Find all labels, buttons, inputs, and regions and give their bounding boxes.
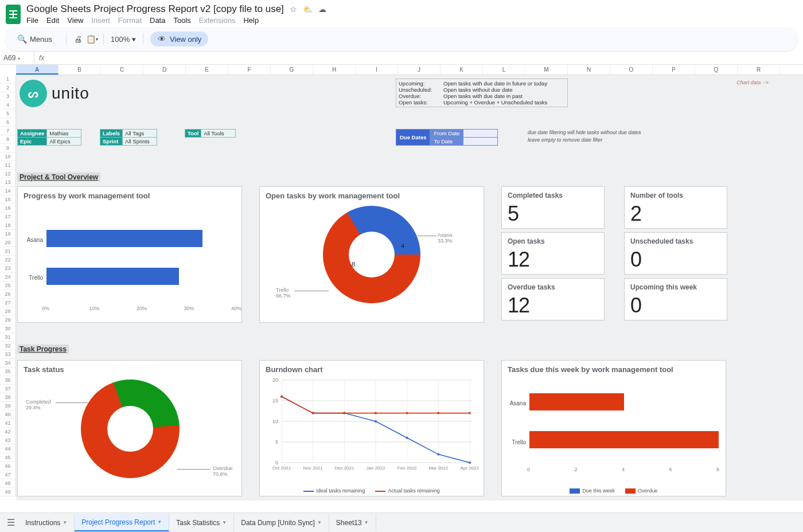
svg-point-34 bbox=[375, 412, 377, 414]
svg-point-31 bbox=[280, 396, 283, 398]
filter-assignee[interactable]: AssigneeMathias EpicAll Epics bbox=[17, 129, 81, 146]
menu-bar: FileEditViewInsertFormatDataToolsExtensi… bbox=[26, 15, 326, 25]
legend-definitions: Upcoming:Open tasks with due date in fut… bbox=[396, 79, 568, 107]
svg-text:20: 20 bbox=[272, 377, 278, 383]
svg-point-29 bbox=[437, 453, 439, 456]
toolbar: 🔍 Menus 🖨 📋▾ 100% ▾ 👁 View only bbox=[5, 27, 798, 52]
menu-file[interactable]: File bbox=[26, 16, 38, 25]
menu-format[interactable]: Format bbox=[118, 16, 142, 25]
menu-data[interactable]: Data bbox=[150, 16, 165, 25]
filter-tool[interactable]: ToolAll Tools bbox=[185, 129, 236, 138]
scorecard-open-tasks: Open tasks12 bbox=[501, 232, 605, 275]
print-icon[interactable]: 🖨 bbox=[73, 34, 83, 44]
svg-text:Nov 2021: Nov 2021 bbox=[303, 466, 323, 471]
menu-extensions[interactable]: Extensions bbox=[199, 16, 236, 25]
unito-logo: ᔕ unito bbox=[20, 80, 89, 107]
svg-point-37 bbox=[469, 412, 471, 414]
svg-text:Mar 2022: Mar 2022 bbox=[428, 466, 448, 471]
name-box-row: A69 ▾ fx bbox=[0, 52, 803, 65]
column-headers[interactable]: ABCDEFGHIJKLMNOPQR bbox=[16, 65, 803, 75]
chart-open-by-tool: Open tasks by work management tool 4 8 A… bbox=[259, 186, 484, 323]
scorecard-completed-tasks: Completed tasks5 bbox=[501, 186, 605, 229]
svg-text:5: 5 bbox=[275, 439, 278, 445]
scorecard-overdue-tasks: Overdue tasks12 bbox=[501, 278, 605, 320]
spreadsheet-grid[interactable]: ABCDEFGHIJKLMNOPQR 123456789101112131415… bbox=[0, 65, 803, 500]
svg-point-30 bbox=[469, 461, 471, 464]
section-task-progress-title: Task Progress bbox=[17, 345, 69, 354]
menu-help[interactable]: Help bbox=[243, 16, 259, 25]
star-icon[interactable]: ☆ bbox=[290, 5, 297, 14]
due-week-legend: Due this week Overdue bbox=[502, 488, 726, 494]
search-icon: 🔍 bbox=[17, 34, 26, 44]
scorecard-number-of-tools: Number of tools2 bbox=[624, 186, 727, 229]
scorecard-unscheduled-tasks: Unscheduled tasks0 bbox=[624, 232, 727, 275]
svg-point-35 bbox=[406, 412, 408, 414]
scorecard-upcoming-this-week: Upcoming this week0 bbox=[624, 278, 727, 320]
svg-point-28 bbox=[406, 437, 408, 439]
menus-label: Menus bbox=[30, 35, 52, 44]
chart-task-status: Task status Completed 29.4% Overdue 70.6… bbox=[17, 360, 242, 496]
clipboard-icon[interactable]: 📋▾ bbox=[87, 34, 96, 44]
search-menus-chip[interactable]: 🔍 Menus bbox=[10, 32, 59, 46]
svg-text:Jan 2022: Jan 2022 bbox=[367, 466, 385, 471]
filter-labels[interactable]: LabelsAll Tags SprintAll Sprints bbox=[100, 129, 157, 146]
menu-tools[interactable]: Tools bbox=[173, 16, 190, 25]
burndown-legend: Ideal tasks remaining Actual tasks remai… bbox=[260, 488, 484, 494]
svg-point-36 bbox=[437, 412, 439, 414]
document-title[interactable]: Google Sheets Project Progress Report v2… bbox=[26, 3, 284, 15]
svg-point-33 bbox=[343, 412, 345, 414]
menu-view[interactable]: View bbox=[67, 16, 83, 25]
section-overview-title: Project & Tool Overview bbox=[17, 173, 100, 182]
chart-progress-by-tool: Progress by work management tool Asana T… bbox=[17, 186, 242, 323]
cloud-status-icon[interactable]: ⛅ bbox=[303, 5, 313, 14]
svg-point-27 bbox=[375, 420, 377, 423]
due-dates-filter[interactable]: Due DatesFrom Date To Date bbox=[396, 129, 498, 146]
svg-text:10: 10 bbox=[272, 418, 278, 424]
svg-text:0: 0 bbox=[275, 460, 278, 466]
chart-data-link: Chart data --> bbox=[736, 80, 769, 85]
chart-burndown: Burndown chart 05101520Oct 2021Nov 2021D… bbox=[259, 360, 484, 496]
cloud-icon[interactable]: ☁ bbox=[318, 5, 326, 14]
unito-wordmark: unito bbox=[52, 84, 89, 103]
svg-point-32 bbox=[312, 412, 314, 414]
svg-text:Oct 2021: Oct 2021 bbox=[272, 466, 291, 471]
menu-insert[interactable]: Insert bbox=[91, 16, 110, 25]
svg-text:15: 15 bbox=[272, 398, 278, 404]
svg-text:Apr 2022: Apr 2022 bbox=[461, 466, 479, 471]
bar-asana bbox=[46, 230, 202, 247]
bar-trello bbox=[46, 268, 179, 285]
row-headers[interactable]: 1234567891011121314151617181920212223242… bbox=[0, 75, 16, 496]
zoom-select[interactable]: 100% ▾ bbox=[111, 35, 136, 44]
eye-icon: 👁 bbox=[157, 34, 166, 44]
svg-text:Feb 2022: Feb 2022 bbox=[397, 466, 417, 471]
name-box[interactable]: A69 ▾ bbox=[0, 52, 34, 64]
due-dates-note: due date filtering will hide tasks witho… bbox=[528, 129, 641, 144]
chart-due-this-week: Tasks due this week by work management t… bbox=[501, 360, 726, 496]
formula-bar[interactable]: fx bbox=[34, 52, 49, 64]
app-bar: Google Sheets Project Progress Report v2… bbox=[0, 0, 803, 25]
view-only-chip[interactable]: 👁 View only bbox=[150, 32, 208, 46]
unito-mark-icon: ᔕ bbox=[20, 80, 47, 107]
menu-edit[interactable]: Edit bbox=[46, 16, 59, 25]
sheets-logo-icon[interactable] bbox=[6, 5, 21, 24]
svg-text:Dec 2021: Dec 2021 bbox=[334, 466, 354, 471]
